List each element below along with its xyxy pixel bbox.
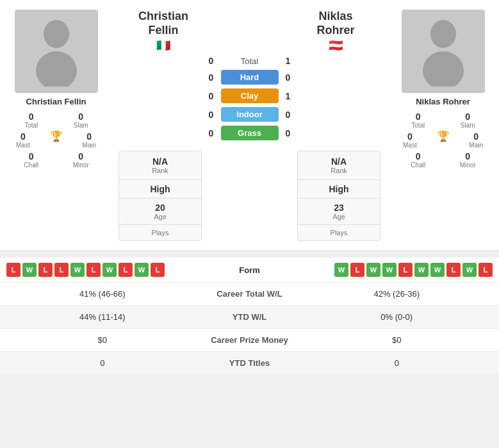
left-minor-label: Minor xyxy=(73,162,89,169)
left-trophy-icon: 🏆 xyxy=(50,131,63,142)
form-badge: W xyxy=(366,263,380,277)
svg-point-3 xyxy=(423,51,464,87)
right-info-box: N/A Rank High 23 Age Plays xyxy=(297,151,380,241)
main-container: Christian Fellin 0 Total 0 Slam 0 Mast xyxy=(0,0,499,375)
form-badge: W xyxy=(135,263,149,277)
form-badge: L xyxy=(350,263,364,277)
right-form-badges: WLWWLWWLWL xyxy=(288,263,493,277)
left-rank-label: Rank xyxy=(152,167,168,174)
right-player-card: Niklas Rohrer 0 Total 0 Slam 0 Mast xyxy=(387,6,499,244)
score-table: 0 Total 1 0 Hard 0 0 Clay 1 0 Indoor xyxy=(119,56,380,144)
stats-row: 44% (11-14) YTD W/L 0% (0-0) xyxy=(0,306,499,329)
left-main-label: Main xyxy=(82,142,96,149)
left-player-card: Christian Fellin 0 Total 0 Slam 0 Mast xyxy=(0,6,112,244)
form-badge: W xyxy=(462,263,477,277)
form-badge: L xyxy=(479,263,493,277)
clay-button: Clay xyxy=(221,88,279,103)
left-plays-label: Plays xyxy=(152,229,169,236)
indoor-button: Indoor xyxy=(221,107,279,122)
names-row: Christian Fellin 🇮🇹 Niklas Rohrer 🇦🇹 xyxy=(119,10,380,53)
left-main-value: 0 xyxy=(86,131,92,142)
form-row: LWLLWLWLWL Form WLWWLWWLWL xyxy=(0,258,499,283)
left-slam-label: Slam xyxy=(74,122,88,129)
left-grass-score: 0 xyxy=(202,128,221,138)
stats-left-val: 44% (11-14) xyxy=(6,312,199,322)
total-label: Total xyxy=(221,56,279,66)
stats-left-val: $0 xyxy=(6,335,199,345)
stats-row: 41% (46-66) Career Total W/L 42% (26-36) xyxy=(0,283,499,306)
right-rank-box: N/A Rank xyxy=(298,151,380,179)
score-row-indoor: 0 Indoor 0 xyxy=(119,107,380,122)
right-age-label: Age xyxy=(332,213,345,220)
left-name-top: Christian Fellin xyxy=(119,10,208,37)
form-badge: W xyxy=(430,263,445,277)
stats-right-val: 0 xyxy=(301,358,493,368)
stats-center-label: Career Prize Money xyxy=(199,335,301,345)
svg-point-0 xyxy=(44,20,69,48)
left-total-score: 0 xyxy=(202,56,221,66)
left-info-box: N/A Rank High 20 Age Plays xyxy=(119,151,202,241)
center-column: Christian Fellin 🇮🇹 Niklas Rohrer 🇦🇹 0 xyxy=(112,6,387,244)
right-trophy-icon: 🏆 xyxy=(437,131,450,142)
right-mast-label: Mast xyxy=(403,142,417,149)
right-main-label: Main xyxy=(469,142,483,149)
left-minor-value: 0 xyxy=(78,151,83,162)
right-total-label: Total xyxy=(411,122,425,129)
right-player-avatar xyxy=(402,10,485,93)
right-player-stats: 0 Total 0 Slam 0 Mast 🏆 xyxy=(393,112,493,171)
form-badge: L xyxy=(151,263,165,277)
career-stats-container: 41% (46-66) Career Total W/L 42% (26-36)… xyxy=(0,283,499,375)
right-grass-score: 0 xyxy=(279,128,298,138)
right-rank-label: Rank xyxy=(331,167,347,174)
hard-button: Hard xyxy=(221,70,279,85)
left-age-label: Age xyxy=(154,213,167,220)
stats-center-label: Career Total W/L xyxy=(199,289,301,299)
right-plays-box: Plays xyxy=(298,224,380,240)
right-plays-label: Plays xyxy=(331,229,348,236)
left-age-value: 20 xyxy=(155,203,165,213)
form-badge: L xyxy=(86,263,101,277)
bottom-section: LWLLWLWLWL Form WLWWLWWLWL 41% (46-66) C… xyxy=(0,258,499,375)
right-total-value: 0 xyxy=(416,112,421,122)
right-age-box: 23 Age xyxy=(298,198,380,224)
left-flag: 🇮🇹 xyxy=(156,38,170,53)
left-high-value: High xyxy=(150,184,170,194)
form-badge: L xyxy=(398,263,413,277)
stats-right-val: 0% (0-0) xyxy=(301,312,493,322)
left-hard-score: 0 xyxy=(202,72,221,83)
right-high-box: High xyxy=(298,179,380,198)
right-mast-value: 0 xyxy=(407,131,413,142)
left-slam-value: 0 xyxy=(78,112,83,122)
right-flag: 🇦🇹 xyxy=(329,38,343,53)
form-badge: L xyxy=(38,263,53,277)
right-minor-value: 0 xyxy=(465,151,470,162)
svg-point-2 xyxy=(430,20,456,48)
left-player-name: Christian Fellin xyxy=(26,97,86,106)
svg-point-1 xyxy=(36,51,77,87)
left-rank-box: N/A Rank xyxy=(119,151,201,179)
left-chall-label: Chall xyxy=(24,162,38,169)
top-section: Christian Fellin 0 Total 0 Slam 0 Mast xyxy=(0,0,499,251)
left-mast-label: Mast xyxy=(16,142,30,149)
right-hard-score: 0 xyxy=(279,72,298,83)
score-row-hard: 0 Hard 0 xyxy=(119,70,380,85)
right-chall-label: Chall xyxy=(411,162,425,169)
form-badge: L xyxy=(54,263,69,277)
stats-right-val: $0 xyxy=(301,335,493,345)
left-form-badges: LWLLWLWLWL xyxy=(6,263,211,277)
left-plays-box: Plays xyxy=(119,224,201,240)
stats-row: 0 YTD Titles 0 xyxy=(0,352,499,375)
right-indoor-score: 0 xyxy=(279,110,298,120)
left-chall-value: 0 xyxy=(29,151,34,162)
score-row-clay: 0 Clay 1 xyxy=(119,88,380,103)
left-indoor-score: 0 xyxy=(202,110,221,120)
right-age-value: 23 xyxy=(334,203,344,213)
right-clay-score: 1 xyxy=(279,91,298,101)
right-name-top: Niklas Rohrer xyxy=(291,10,380,37)
stats-row: $0 Career Prize Money $0 xyxy=(0,329,499,352)
right-minor-label: Minor xyxy=(460,162,476,169)
form-badge: L xyxy=(6,263,20,277)
form-badge: W xyxy=(70,263,85,277)
stats-right-val: 42% (26-36) xyxy=(301,289,493,299)
form-badge: L xyxy=(446,263,461,277)
